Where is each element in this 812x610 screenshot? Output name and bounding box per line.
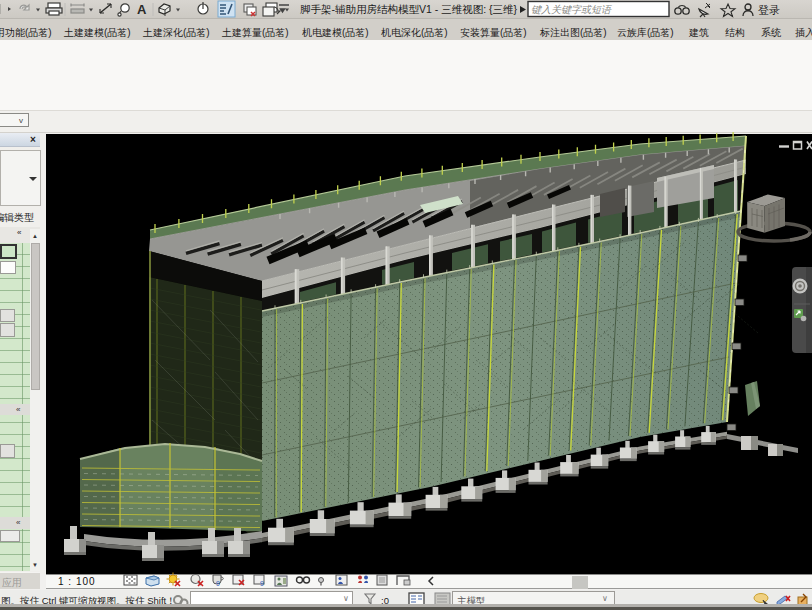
svg-text:登录: 登录 (758, 4, 780, 16)
svg-text:脚手架-辅助用房结构模型V1 - 三维视图: {三维}: 脚手架-辅助用房结构模型V1 - 三维视图: {三维} (300, 3, 518, 15)
svg-text:A: A (137, 2, 147, 17)
svg-text:键入关键字或短语: 键入关键字或短语 (531, 4, 612, 15)
